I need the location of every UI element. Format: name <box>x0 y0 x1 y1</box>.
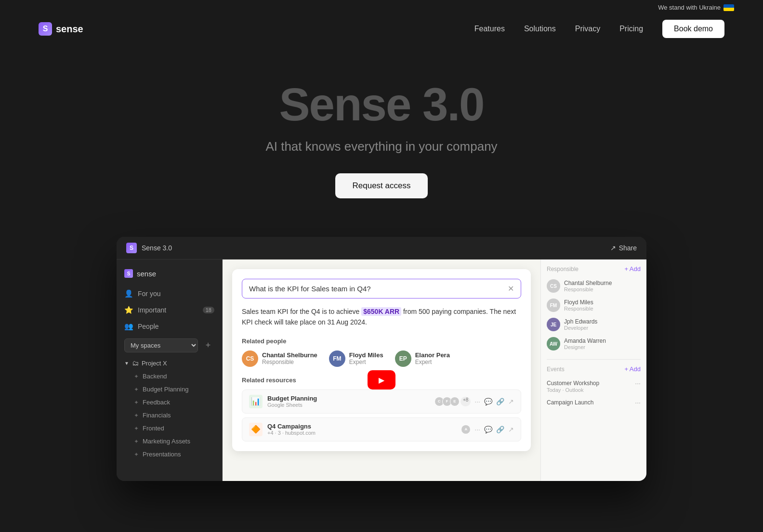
right-person-info-floyd: Floyd Miles Responsible <box>564 299 593 311</box>
subitem-label: Feedback <box>143 399 170 406</box>
right-person-floyd: FM Floyd Miles Responsible <box>547 296 641 315</box>
sidebar-subitem-backend[interactable]: ✦ Backend <box>117 370 222 383</box>
sidebar-subitem-fronted[interactable]: ✦ Fronted <box>117 422 222 435</box>
person-card-elanor: EP Elanor Pera Expert <box>395 350 450 367</box>
subitem-icon: ✦ <box>134 386 139 393</box>
app-preview: S Sense 3.0 ↗ Share S sense 👤 For you <box>117 237 646 481</box>
event-title-workshop: Customer Workshop <box>547 380 599 387</box>
resource-more-icon-q4[interactable]: ··· <box>474 426 480 433</box>
events-label: Events <box>547 366 565 373</box>
subitem-label: Fronted <box>143 425 164 432</box>
resource-item-budget[interactable]: 📊 Budget Planning Google Sheets C F <box>242 389 521 414</box>
add-responsible-button[interactable]: + Add <box>624 265 641 272</box>
event-title-campaign: Campaign Launch <box>547 399 593 406</box>
sidebar-item-for-you[interactable]: 👤 For you <box>117 285 222 302</box>
resource-expand-icon[interactable]: ↗ <box>508 398 514 405</box>
sidebar-subitem-budget-planning[interactable]: ✦ Budget Planning <box>117 383 222 396</box>
ai-panel: ✕ Sales team KPI for the Q4 is to achiev… <box>232 269 531 451</box>
hero-section: Sense 3.0 AI that knows everything in yo… <box>0 43 763 227</box>
right-role-floyd: Responsible <box>564 306 593 311</box>
sidebar-item-people[interactable]: 👥 People <box>117 318 222 335</box>
right-name-amanda: Amanda Warren <box>564 337 606 344</box>
right-person-jph: JE Jph Edwards Developer <box>547 315 641 334</box>
sidebar-item-important[interactable]: ⭐ Important 18 <box>117 302 222 318</box>
resource-avatars: C F E +8 <box>434 397 471 406</box>
resources-list: 📊 Budget Planning Google Sheets C F <box>242 389 521 441</box>
spaces-select[interactable]: My spaces <box>124 338 198 352</box>
right-name-floyd: Floyd Miles <box>564 299 593 306</box>
hubspot-icon: 🔶 <box>249 423 263 436</box>
sidebar-subitem-presentations[interactable]: ✦ Presentations <box>117 448 222 461</box>
resource-avatar-3: E <box>450 397 460 406</box>
subitem-label: Backend <box>143 373 167 380</box>
share-button[interactable]: ↗ Share <box>610 244 637 252</box>
people-icon: 👥 <box>124 322 133 331</box>
nav-pricing[interactable]: Pricing <box>619 25 643 33</box>
navbar: S sense Features Solutions Privacy Prici… <box>0 15 763 43</box>
resource-count: +8 <box>460 397 471 406</box>
logo-text: sense <box>56 24 83 35</box>
sidebar-spaces: My spaces + <box>117 335 222 356</box>
related-people-title: Related people <box>242 337 521 345</box>
hero-subtitle: AI that knows everything in your company <box>10 139 753 154</box>
person-info-chantal: Chantal Shelburne Responsible <box>262 351 317 365</box>
subitem-icon: ✦ <box>134 399 139 406</box>
search-close-icon[interactable]: ✕ <box>508 284 514 293</box>
right-role-chantal: Responsible <box>564 286 612 292</box>
resource-info-budget: Budget Planning Google Sheets <box>267 395 317 408</box>
subitem-icon: ✦ <box>134 451 139 458</box>
nav-links: Features Solutions Privacy Pricing Book … <box>474 20 724 38</box>
right-avatar-chantal: CS <box>547 279 560 293</box>
resource-comment-icon[interactable]: 💬 <box>484 398 492 405</box>
youtube-play-button[interactable]: ▶ <box>368 370 395 389</box>
subitem-icon: ✦ <box>134 425 139 432</box>
spaces-add-button[interactable]: + <box>202 339 214 352</box>
book-demo-button[interactable]: Book demo <box>662 20 724 38</box>
sidebar-for-you-label: For you <box>138 290 160 298</box>
logo[interactable]: S sense <box>39 22 83 36</box>
search-input[interactable] <box>249 285 503 293</box>
answer-text-before: Sales team KPI for the Q4 is to achieve <box>242 308 359 315</box>
subitem-icon: ✦ <box>134 373 139 380</box>
sidebar-important-label: Important <box>138 306 166 314</box>
sidebar-subitem-feedback[interactable]: ✦ Feedback <box>117 396 222 409</box>
subitem-label: Presentations <box>143 451 181 458</box>
resource-link-icon-q4[interactable]: 🔗 <box>496 426 504 433</box>
resource-link-icon[interactable]: 🔗 <box>496 398 504 405</box>
event-more-workshop[interactable]: ··· <box>635 379 641 387</box>
sidebar-logo-area: S sense <box>117 267 222 285</box>
nav-privacy[interactable]: Privacy <box>575 25 600 33</box>
right-person-chantal: CS Chantal Shelburne Responsible <box>547 276 641 296</box>
add-events-button[interactable]: + Add <box>624 365 641 373</box>
person-card-floyd: FM Floyd Miles Expert <box>329 350 383 367</box>
event-sub-workshop: Today · Outlook <box>547 387 641 393</box>
resource-comment-icon-q4[interactable]: 💬 <box>484 426 492 433</box>
request-access-button[interactable]: Request access <box>335 173 428 198</box>
resource-item-q4[interactable]: 🔶 Q4 Campaigns +4 · 3 · hubspot.com A <box>242 417 521 441</box>
right-person-info-jph: Jph Edwards Developer <box>564 318 597 331</box>
resource-info-q4: Q4 Campaigns +4 · 3 · hubspot.com <box>267 423 316 436</box>
project-arrow-icon: ▼ <box>124 361 129 366</box>
sidebar-subitem-marketing-assets[interactable]: ✦ Marketing Assets <box>117 435 222 448</box>
right-divider <box>547 359 641 360</box>
resource-name-q4: Q4 Campaigns <box>267 423 316 430</box>
event-more-campaign[interactable]: ··· <box>635 399 641 406</box>
share-icon: ↗ <box>610 244 616 252</box>
sidebar-subitem-financials[interactable]: ✦ Financials <box>117 409 222 422</box>
sidebar-people-label: People <box>138 323 159 330</box>
resource-more-icon[interactable]: ··· <box>474 398 480 405</box>
main-inner: ✕ Sales team KPI for the Q4 is to achiev… <box>223 269 540 481</box>
nav-features[interactable]: Features <box>474 25 505 33</box>
search-bar: ✕ <box>242 279 521 298</box>
right-name-chantal: Chantal Shelburne <box>564 280 612 286</box>
subitem-label: Financials <box>143 412 171 419</box>
ukraine-text: We stand with Ukraine <box>658 4 734 11</box>
top-banner: We stand with Ukraine <box>0 0 763 15</box>
resource-actions-budget: C F E +8 ··· 💬 🔗 ↗ <box>434 397 514 406</box>
sidebar-logo-text: sense <box>137 270 156 278</box>
nav-solutions[interactable]: Solutions <box>524 25 556 33</box>
resource-expand-icon-q4[interactable]: ↗ <box>508 426 514 433</box>
app-titlebar-left: S Sense 3.0 <box>126 243 172 253</box>
resource-source-budget: Google Sheets <box>267 402 317 408</box>
project-header[interactable]: ▼ 🗂 Project X <box>117 356 222 370</box>
